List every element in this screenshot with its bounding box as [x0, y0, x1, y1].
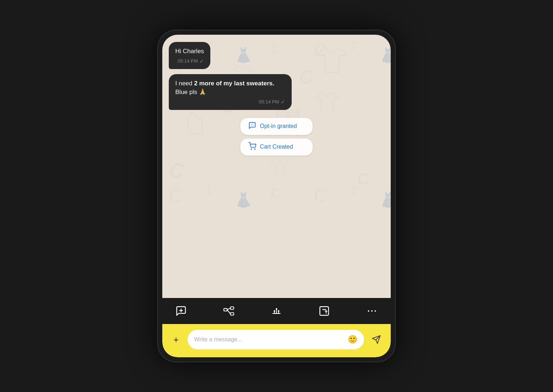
message-time-2: 05:14 PM ✓ [175, 99, 285, 105]
svg-line-17 [227, 308, 230, 310]
svg-rect-15 [231, 307, 234, 310]
cart-created-pill: Cart Created [240, 139, 313, 155]
message-text-2: I need 2 more of my last sweaters. Blue … [175, 79, 285, 97]
status-pills-container: Opt-in granted Cart Created [169, 118, 384, 155]
emoji-button[interactable]: 🙂 [348, 335, 357, 344]
svg-line-18 [227, 310, 230, 314]
chat-area: C C C C Hi Charles [162, 35, 391, 298]
svg-point-8 [252, 124, 253, 125]
message-text-1: Hi Charles [175, 47, 204, 56]
svg-rect-14 [224, 308, 227, 311]
message-bubble-2: I need 2 more of my last sweaters. Blue … [169, 74, 292, 110]
opt-in-pill: Opt-in granted [240, 118, 313, 135]
svg-text:C: C [170, 159, 184, 182]
send-button[interactable] [369, 332, 383, 347]
svg-point-29 [371, 310, 373, 312]
attach-button[interactable]: + [170, 334, 183, 345]
cart-icon [248, 142, 256, 152]
input-row: + Write a message... 🙂 [162, 324, 391, 357]
svg-rect-26 [320, 307, 329, 315]
read-check-icon-2: ✓ [281, 99, 285, 105]
opt-in-label: Opt-in granted [260, 123, 297, 129]
compose-button[interactable] [316, 303, 332, 319]
svg-point-30 [374, 310, 376, 312]
toolbar [162, 298, 391, 324]
svg-text:C: C [357, 170, 369, 188]
svg-point-28 [368, 310, 369, 312]
messages-container: Hi Charles 05:14 PM ✓ I need 2 more of m… [169, 42, 384, 155]
svg-point-7 [251, 124, 252, 125]
message-bubble-1: Hi Charles 05:14 PM ✓ [169, 42, 210, 69]
phone-wrapper: C C C C Hi Charles [157, 30, 396, 362]
message-input[interactable]: Write a message... [194, 336, 348, 343]
bot-button[interactable] [269, 303, 284, 319]
svg-point-9 [253, 124, 254, 125]
message-input-box[interactable]: Write a message... 🙂 [188, 330, 364, 349]
speech-bubble-icon [248, 122, 256, 131]
message-time-1: 05:14 PM ✓ [175, 58, 204, 64]
more-button[interactable] [364, 303, 380, 319]
cart-created-label: Cart Created [260, 144, 293, 150]
add-chat-button[interactable] [173, 303, 189, 319]
svg-point-10 [251, 149, 252, 149]
svg-rect-16 [231, 313, 234, 315]
workflow-button[interactable] [221, 303, 237, 319]
phone-screen: C C C C Hi Charles [162, 35, 391, 357]
svg-point-11 [254, 149, 255, 149]
read-check-icon-1: ✓ [200, 58, 204, 64]
